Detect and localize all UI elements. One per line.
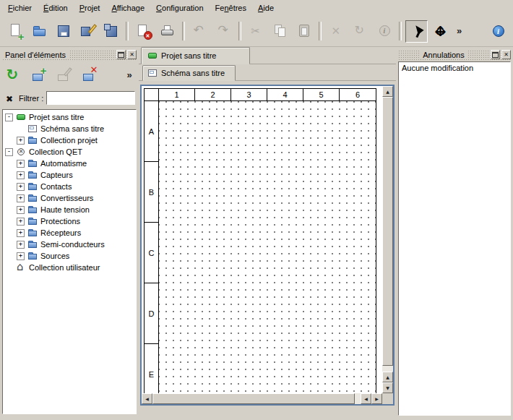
cut-button[interactable] [245,20,267,43]
folder-icon [27,181,38,192]
elements-panel-titlebar[interactable]: Panel d'éléments ✕ [2,49,137,60]
diagram-info-button[interactable] [487,20,509,43]
project-icon [147,51,158,61]
titlebar-grip[interactable] [69,49,115,60]
new-element-button[interactable] [28,64,49,85]
expand-toggle[interactable]: + [17,183,25,191]
undo-list[interactable]: Aucune modification [398,61,511,416]
titlebar-grip[interactable] [467,49,489,60]
expand-toggle[interactable]: + [17,137,25,145]
clear-filter-button[interactable] [3,92,16,105]
save-all-button[interactable] [100,20,122,43]
folder-icon [27,251,38,261]
titlebar-grip[interactable] [398,49,420,60]
reload-collections-button[interactable] [3,64,24,85]
delete-element-button[interactable] [79,64,100,85]
menu-item-projet[interactable]: Projet [74,1,106,14]
save-button[interactable] [52,20,74,43]
undo-panel-titlebar[interactable]: Annulations ✕ [398,49,511,60]
save-as-button[interactable] [76,20,98,43]
menu-item-affichage[interactable]: Affichage [105,1,150,14]
expand-toggle[interactable]: + [17,241,25,249]
scroll-up-button[interactable]: ▲ [382,86,393,97]
schema-icon [147,68,158,78]
menu-item-configuration[interactable]: Configuration [150,1,209,14]
horizontal-scrollbar[interactable]: ◀ ◀ ▶ [142,393,382,404]
column-header-6: 6 [340,89,376,100]
print-button[interactable] [156,20,178,43]
rotate-button[interactable] [349,20,371,43]
filter-label: Filtrer : [19,94,43,103]
scroll-left-button-2[interactable]: ◀ [361,393,371,404]
tree-item[interactable]: -Collection QET [3,146,136,158]
elements-panel-title: Panel d'éléments [2,51,69,59]
toolbar-separator [399,22,402,40]
tree-item[interactable]: +Convertisseurs [3,192,136,204]
menu-item-aide[interactable]: Aide [252,1,280,14]
close-button[interactable]: ✕ [127,50,137,59]
delete-button[interactable] [325,20,348,43]
project-tab[interactable]: Projet sans titre [141,47,250,64]
float-button[interactable] [491,50,500,59]
schema-tab[interactable]: Schéma sans titre [142,65,236,81]
filter-input[interactable] [46,91,135,105]
project-tab-label: Projet sans titre [161,51,216,60]
expand-toggle[interactable]: + [17,194,25,202]
new-project-button[interactable] [4,20,27,43]
paste-button[interactable] [293,20,315,43]
expand-toggle[interactable]: + [17,229,25,237]
tree-item[interactable]: Collection utilisateur [3,262,136,273]
expand-toggle[interactable]: + [17,206,25,214]
row-header-B: B [145,162,158,223]
diagram-canvas[interactable]: 123456 ABCDE [142,86,382,393]
menu-item-edition[interactable]: Édition [38,1,74,14]
tree-item[interactable]: Schéma sans titre [3,123,136,134]
tree-item-label: Convertisseurs [40,194,93,202]
select-mode-button[interactable] [405,20,428,43]
tree-item[interactable]: +Protections [3,215,136,227]
copy-button[interactable] [269,20,291,43]
horizontal-scrollbar-thumb[interactable] [152,393,355,404]
tree-item[interactable]: +Semi-conducteurs [3,239,136,250]
tree-item[interactable]: +Automatisme [3,158,136,169]
menu-item-fichier[interactable]: Fichier [2,1,38,14]
vertical-scrollbar[interactable]: ▲ ▲ ▼ [382,86,393,393]
scroll-right-button[interactable]: ▶ [371,393,382,404]
tree-item[interactable]: -Projet sans titre [3,111,136,123]
float-button[interactable] [116,50,126,59]
collapse-toggle[interactable]: - [5,148,13,156]
pan-mode-button[interactable] [429,20,452,43]
new-element-icon [31,67,47,83]
scroll-down-button[interactable]: ▼ [382,382,393,393]
tree-item[interactable]: +Capteurs [3,169,136,181]
open-project-button[interactable] [28,20,51,43]
new-document-icon [8,23,24,39]
undo-button[interactable] [189,20,211,43]
tree-item-label: Schéma sans titre [40,124,104,133]
scroll-left-button[interactable]: ◀ [142,393,152,404]
folder-icon [27,205,38,215]
tree-item[interactable]: +Collection projet [3,134,136,146]
tree-item[interactable]: +Récepteurs [3,227,136,239]
tree-item-label: Haute tension [40,205,90,214]
collapse-toggle[interactable]: - [5,113,13,121]
scroll-up-button-2[interactable]: ▲ [382,372,393,382]
close-button[interactable]: ✕ [501,50,511,59]
expand-toggle[interactable]: + [17,252,25,260]
close-file-button[interactable] [132,20,155,43]
expand-toggle[interactable]: + [17,218,25,226]
expand-toggle[interactable]: + [17,160,25,168]
tree-item[interactable]: +Haute tension [3,204,136,215]
toolbar-overflow-button[interactable] [453,20,465,43]
edit-element-button[interactable] [53,64,74,85]
cut-icon [249,23,264,39]
tree-item[interactable]: +Contacts [3,181,136,192]
save-icon [56,23,72,39]
redo-button[interactable] [212,20,235,43]
properties-button[interactable] [373,20,395,43]
menu-item-fenetres[interactable]: Fenêtres [210,1,252,14]
row-header-D: D [145,283,158,344]
elements-toolbar-overflow-button[interactable] [124,64,135,85]
vertical-scrollbar-thumb[interactable] [382,97,393,366]
expand-toggle[interactable]: + [17,171,25,179]
